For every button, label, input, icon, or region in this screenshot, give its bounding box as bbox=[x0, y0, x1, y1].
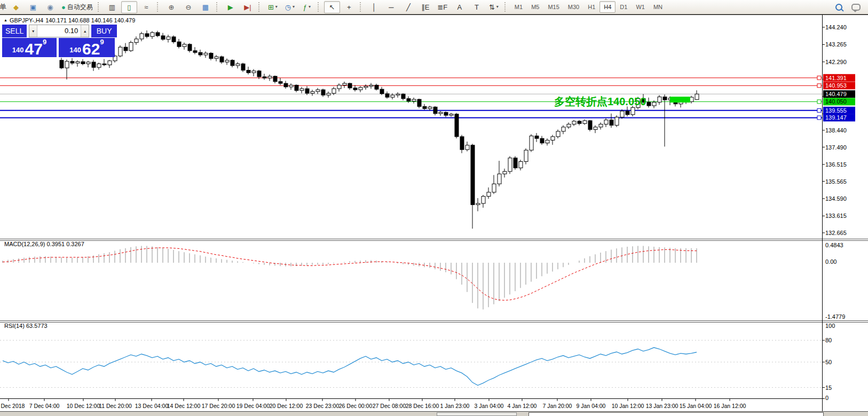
text-label-icon[interactable]: T bbox=[469, 1, 485, 13]
sell-price-prefix: 140 bbox=[12, 46, 24, 54]
macd-label: MACD(12,26,9) 0.3951 0.3267 bbox=[4, 241, 84, 247]
chat-button[interactable] bbox=[848, 1, 864, 13]
ohlc-values: 140.171 140.688 140.146 140.479 bbox=[45, 17, 135, 23]
date-tick-label: 4 Jan 12:00 bbox=[508, 403, 537, 409]
cursor-icon[interactable]: ↖ bbox=[324, 1, 340, 13]
history-book-icon[interactable]: ◆ bbox=[8, 1, 24, 13]
toolbar-grip bbox=[318, 2, 321, 12]
tile-windows-icon[interactable]: ▦ bbox=[198, 1, 214, 13]
line-end-marker bbox=[817, 100, 821, 104]
fibonacci-icon[interactable]: ≣F bbox=[435, 1, 451, 13]
toolbar-grip bbox=[258, 2, 262, 12]
price-tick-label: 134.590 bbox=[825, 195, 847, 202]
text-icon[interactable]: A bbox=[452, 1, 468, 13]
buy-price-display[interactable]: 140629 bbox=[59, 38, 115, 57]
price-level-label: 139.147 bbox=[825, 114, 847, 121]
timeframe-D1[interactable]: D1 bbox=[616, 1, 632, 13]
date-tick-label: 13 Jan 23:00 bbox=[646, 403, 678, 409]
line-end-marker bbox=[817, 116, 821, 120]
vertical-line-icon[interactable]: │ bbox=[366, 1, 382, 13]
rsi-scale-label: 50 bbox=[825, 359, 832, 365]
candlestick-chart-icon[interactable]: ▯ bbox=[121, 1, 137, 13]
date-tick-label: 10 Jan 12:00 bbox=[612, 403, 644, 409]
timeframe-M5[interactable]: M5 bbox=[527, 1, 543, 13]
crosshair-icon[interactable]: + bbox=[341, 1, 357, 13]
price-tick-label: 137.490 bbox=[825, 144, 847, 151]
date-tick-label: 7 Jan 20:00 bbox=[543, 403, 572, 409]
buy-price-sup: 9 bbox=[100, 38, 104, 46]
rsi-scale-label: 80 bbox=[825, 337, 832, 343]
volume-decrease-button[interactable]: ▼ bbox=[29, 25, 37, 37]
timeframe-W1[interactable]: W1 bbox=[632, 1, 649, 13]
price-tick-label: 132.665 bbox=[825, 230, 847, 236]
price-tick-label: 136.515 bbox=[825, 161, 847, 168]
chat-icon bbox=[851, 4, 861, 11]
volume-increase-button[interactable]: ▲ bbox=[81, 25, 89, 37]
sell-button[interactable]: SELL bbox=[2, 25, 27, 37]
date-tick-label: 23 Dec 23:00 bbox=[306, 403, 340, 409]
volume-value[interactable]: 0.10 bbox=[37, 25, 81, 37]
chart-shift-icon[interactable]: ▶| bbox=[240, 1, 256, 13]
rsi-scale-label: 100 bbox=[825, 323, 835, 329]
one-click-trading-panel: SELL ▼ 0.10 ▲ BUY 140479 140629 bbox=[2, 25, 117, 57]
timeframe-M30[interactable]: M30 bbox=[564, 1, 583, 13]
toolbar-grip bbox=[157, 2, 160, 12]
client-profile-icon[interactable]: ▣ bbox=[25, 1, 41, 13]
date-tick-label: 27 Dec 08:00 bbox=[373, 403, 406, 409]
new-chart-icon[interactable]: ⊞▾ bbox=[265, 1, 281, 13]
macd-scale-label: -1.4779 bbox=[825, 313, 845, 320]
zoom-in-icon[interactable]: ⊕ bbox=[163, 1, 179, 13]
date-tick-label: 7 Dec 04:00 bbox=[29, 403, 60, 409]
chart-canvas[interactable]: 多空转折点140.050MACD(12,26,9) 0.3951 0.32670… bbox=[0, 0, 868, 416]
line-end-marker bbox=[817, 76, 821, 80]
symbol-search-button[interactable] bbox=[831, 1, 847, 13]
sell-price-display[interactable]: 140479 bbox=[2, 38, 57, 57]
collapse-triangle-icon: ▲ bbox=[4, 18, 7, 22]
date-tick-label: Dec 2018 bbox=[1, 403, 25, 409]
timeframe-M15[interactable]: M15 bbox=[543, 1, 563, 13]
bar-chart-icon[interactable]: ▥ bbox=[104, 1, 120, 13]
buy-price-big: 62 bbox=[82, 42, 100, 56]
horizontal-line-icon[interactable]: ─ bbox=[383, 1, 399, 13]
chart-title: ▲GBPJPY-,H4140.171 140.688 140.146 140.4… bbox=[4, 17, 137, 23]
macd-scale-label: 0.00 bbox=[825, 258, 837, 265]
timeframe-H4[interactable]: H4 bbox=[599, 1, 616, 13]
channel-icon[interactable]: ∥E bbox=[417, 1, 433, 13]
price-level-label: 141.391 bbox=[825, 75, 847, 81]
toolbar-grip bbox=[360, 2, 363, 12]
date-tick-label: 1 Jan 23:00 bbox=[440, 403, 470, 409]
indicators-icon[interactable]: ƒ▾ bbox=[299, 1, 315, 13]
signal-icon[interactable]: ◉ bbox=[42, 1, 58, 13]
buy-price-prefix: 140 bbox=[69, 46, 81, 54]
symbol-period-label: GBPJPY-,H4 bbox=[10, 17, 43, 23]
date-tick-label: 17 Dec 20:00 bbox=[202, 403, 235, 409]
zoom-out-icon[interactable]: ⊖ bbox=[180, 1, 196, 13]
date-tick-label: 19 Dec 04:00 bbox=[236, 403, 270, 409]
dropdown-caret-icon: ▾ bbox=[275, 5, 278, 9]
date-tick-label: 26 Dec 00:00 bbox=[339, 403, 373, 409]
buy-button[interactable]: BUY bbox=[91, 25, 117, 37]
new-order-button-partial[interactable]: 单 bbox=[0, 2, 7, 12]
chart-background bbox=[0, 14, 868, 411]
pivot-annotation-text[interactable]: 多空转折点140.050 bbox=[554, 96, 646, 107]
price-level-label: 140.050 bbox=[825, 98, 847, 105]
date-tick-label: 16 Jan 12:00 bbox=[714, 403, 746, 409]
timeframe-M1[interactable]: M1 bbox=[510, 1, 527, 13]
green-highlight-rect[interactable] bbox=[670, 97, 690, 103]
dropdown-caret-icon: ▾ bbox=[309, 5, 311, 9]
autotrading-button[interactable]: ●自动交易 bbox=[59, 1, 95, 13]
minimized-window-edge bbox=[437, 412, 517, 416]
timeframe-MN[interactable]: MN bbox=[649, 1, 667, 13]
autotrading-icon: ● bbox=[61, 4, 66, 11]
price-tick-label: 138.440 bbox=[825, 127, 847, 134]
bottom-window-strip bbox=[0, 411, 868, 416]
auto-scroll-icon[interactable]: ▶ bbox=[223, 1, 239, 13]
price-level-label: 139.555 bbox=[825, 107, 847, 114]
line-chart-icon[interactable]: ≈ bbox=[138, 1, 154, 13]
arrows-icon[interactable]: ⇅▾ bbox=[486, 1, 502, 13]
trendline-icon[interactable]: ╱ bbox=[400, 1, 416, 13]
date-tick-label: 15 Jan 04:00 bbox=[680, 403, 712, 409]
periods-icon[interactable]: ◷▾ bbox=[282, 1, 298, 13]
timeframe-H1[interactable]: H1 bbox=[583, 1, 599, 13]
price-tick-label: 133.615 bbox=[825, 213, 847, 219]
